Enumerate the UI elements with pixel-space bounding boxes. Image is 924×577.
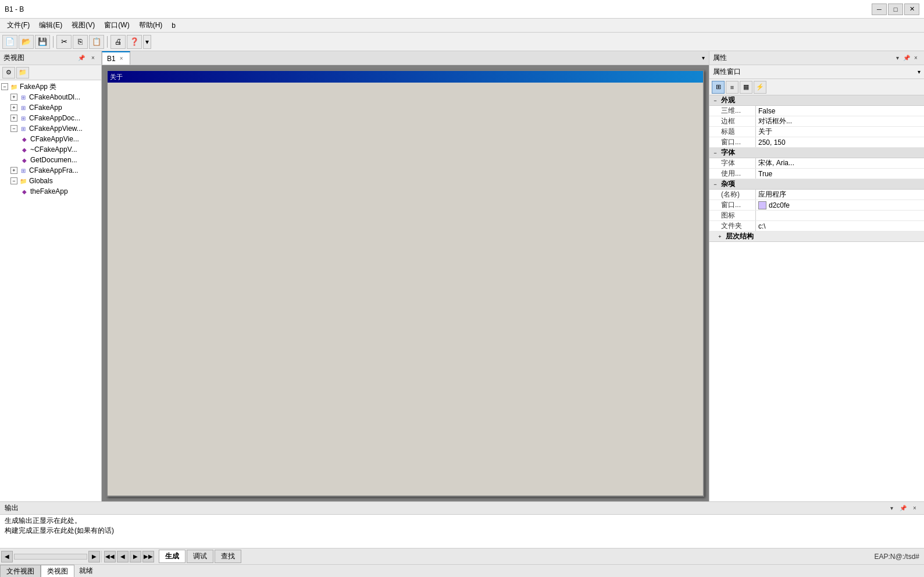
toolbar-copy[interactable]: ⎘ xyxy=(73,35,88,49)
toolbar-save[interactable]: 💾 xyxy=(35,35,50,49)
tree-item-cfakeapp[interactable]: + ⊞ CFakeApp xyxy=(0,102,101,113)
left-tb-folder[interactable]: 📁 xyxy=(16,67,29,79)
props-table: − 外观 三维... False 边框 对话框外... 标题 关于 窗口... xyxy=(709,95,924,501)
window-title: B1 - B xyxy=(5,5,872,13)
tree-expand-root[interactable]: − xyxy=(1,83,8,90)
prop-value-border[interactable]: 对话框外... xyxy=(756,116,924,126)
toolbar-help[interactable]: ❓ xyxy=(127,35,142,49)
hierarchy-expand-icon: + xyxy=(716,234,723,240)
menu-edit[interactable]: 编辑(E) xyxy=(34,19,67,31)
left-panel-pin[interactable]: 📌 xyxy=(77,54,86,63)
menu-help[interactable]: 帮助(H) xyxy=(134,19,167,31)
nav-last[interactable]: ▶▶ xyxy=(142,551,154,562)
center-area: B1 × ▾ 关于 xyxy=(102,51,709,501)
tab-dropdown[interactable]: ▾ xyxy=(697,51,709,65)
left-toolbar: ⚙ 📁 xyxy=(0,65,101,80)
right-panel-close[interactable]: × xyxy=(911,54,921,63)
props-header-dropdown[interactable]: ▾ xyxy=(918,69,921,75)
tree-expand-cfakeappfram[interactable]: + xyxy=(10,167,17,174)
scroll-right-end[interactable]: ▶ xyxy=(88,551,100,562)
prop-value-folder[interactable]: c:\ xyxy=(756,222,924,230)
tree-item-cfakeappview[interactable]: − ⊞ CFakeAppView... xyxy=(0,123,101,134)
tree-item-member2[interactable]: ◆ ~CFakeAppV... xyxy=(0,144,101,155)
prop-value-winpos[interactable]: 250, 150 xyxy=(756,138,924,147)
tree-expand-cfakeaboutdlg[interactable]: + xyxy=(10,94,17,101)
minimize-button[interactable]: ─ xyxy=(872,3,887,15)
right-panel-pin[interactable]: 📌 xyxy=(902,54,911,63)
close-button[interactable]: ✕ xyxy=(904,3,919,15)
output-line-2: 构建完成正显示在此处(如果有的话) xyxy=(5,526,919,536)
tab-find[interactable]: 查找 xyxy=(215,550,241,563)
left-tb-settings[interactable]: ⚙ xyxy=(2,67,15,79)
tree-expand-globals[interactable]: − xyxy=(10,177,17,184)
status-bar: 就绪 xyxy=(74,566,924,576)
tree-item-member1[interactable]: ◆ CFakeAppVie... xyxy=(0,134,101,144)
member-icon-2: ◆ xyxy=(20,145,29,154)
toolbar-new[interactable]: 📄 xyxy=(2,35,17,49)
props-tb-btn2[interactable]: ≡ xyxy=(726,81,739,94)
design-canvas[interactable]: 关于 xyxy=(102,65,709,501)
horizontal-scrollbar[interactable] xyxy=(14,554,87,560)
left-panel-close[interactable]: × xyxy=(88,54,98,63)
nav-next[interactable]: ▶ xyxy=(130,551,141,562)
window-controls: ─ □ ✕ xyxy=(872,3,919,15)
scroll-left-start[interactable]: ◀ xyxy=(1,551,13,562)
tree-item-cfakeappdoc[interactable]: + ⊞ CFakeAppDoc... xyxy=(0,113,101,123)
tab-b1[interactable]: B1 × xyxy=(102,51,130,65)
tree-label-cfakeappview: CFakeAppView... xyxy=(29,124,83,133)
menu-window[interactable]: 窗口(W) xyxy=(99,19,134,31)
prop-group-font[interactable]: − 字体 xyxy=(709,148,924,158)
output-pin[interactable]: 📌 xyxy=(898,504,908,513)
prop-row-usefont: 使用... True xyxy=(709,169,924,179)
nav-first[interactable]: ◀◀ xyxy=(104,551,116,562)
output-close[interactable]: × xyxy=(910,504,919,513)
prop-value-title[interactable]: 关于 xyxy=(756,127,924,137)
tree-item-globals[interactable]: − 📁 Globals xyxy=(0,176,101,186)
prop-subgroup-hierarchy[interactable]: + 层次结构 xyxy=(709,231,924,242)
prop-value-usefont[interactable]: True xyxy=(756,170,924,178)
dialog-title-text: 关于 xyxy=(110,73,701,81)
tab-debug[interactable]: 调试 xyxy=(187,550,213,563)
tree-item-root[interactable]: − 📁 FakeApp 类 xyxy=(0,81,101,92)
tree-expand-cfakeappview[interactable]: − xyxy=(10,125,17,132)
menu-b[interactable]: b xyxy=(167,20,180,31)
prop-value-name[interactable]: 应用程序 xyxy=(756,190,924,200)
prop-group-appearance[interactable]: − 外观 xyxy=(709,95,924,106)
view-tab-file[interactable]: 文件视图 xyxy=(0,565,41,578)
appearance-label: 外观 xyxy=(721,95,735,105)
prop-row-3d: 三维... False xyxy=(709,106,924,116)
props-tb-btn3[interactable]: ▦ xyxy=(740,81,752,94)
class-icon-4: ⊞ xyxy=(19,124,28,133)
prop-value-3d[interactable]: False xyxy=(756,107,924,115)
tab-build[interactable]: 生成 xyxy=(159,550,185,563)
tree-expand-cfakeapp[interactable]: + xyxy=(10,104,17,111)
props-tb-btn1[interactable]: ⊞ xyxy=(712,81,725,94)
tab-b1-close[interactable]: × xyxy=(118,55,125,62)
tree-label-root: FakeApp 类 xyxy=(20,82,56,92)
maximize-button[interactable]: □ xyxy=(888,3,903,15)
tree-label-cfakeapp: CFakeApp xyxy=(29,104,62,112)
menu-file[interactable]: 文件(F) xyxy=(2,19,34,31)
prop-row-name: (名称) 应用程序 xyxy=(709,190,924,200)
toolbar-dropdown[interactable]: ▾ xyxy=(143,35,151,49)
tree-item-cfakeappfram[interactable]: + ⊞ CFakeAppFra... xyxy=(0,165,101,176)
prop-value-winstyle[interactable]: d2c0fe xyxy=(756,201,924,209)
toolbar-cut[interactable]: ✂ xyxy=(56,35,72,49)
props-tb-btn4[interactable]: ⚡ xyxy=(754,81,766,94)
toolbar-paste[interactable]: 📋 xyxy=(89,35,104,49)
toolbar-sep1 xyxy=(53,36,53,48)
tree-item-cfakeaboutdlg[interactable]: + ⊞ CFakeAboutDl... xyxy=(0,92,101,102)
right-panel-dropdown[interactable]: ▾ xyxy=(893,54,902,63)
tree-expand-cfakeappdoc[interactable]: + xyxy=(10,115,17,122)
dialog-window: 关于 xyxy=(106,70,704,497)
view-tab-class[interactable]: 类视图 xyxy=(41,565,74,578)
toolbar-open[interactable]: 📂 xyxy=(19,35,34,49)
menu-view[interactable]: 视图(V) xyxy=(67,19,99,31)
tree-item-thefakeapp[interactable]: ◆ theFakeApp xyxy=(0,186,101,197)
prop-group-misc[interactable]: − 杂项 xyxy=(709,179,924,190)
nav-prev[interactable]: ◀ xyxy=(117,551,129,562)
toolbar-print[interactable]: 🖨 xyxy=(110,35,126,49)
prop-value-font[interactable]: 宋体, Aria... xyxy=(756,158,924,168)
tree-item-member3[interactable]: ◆ GetDocumen... xyxy=(0,155,101,165)
output-dropdown[interactable]: ▾ xyxy=(887,504,896,513)
